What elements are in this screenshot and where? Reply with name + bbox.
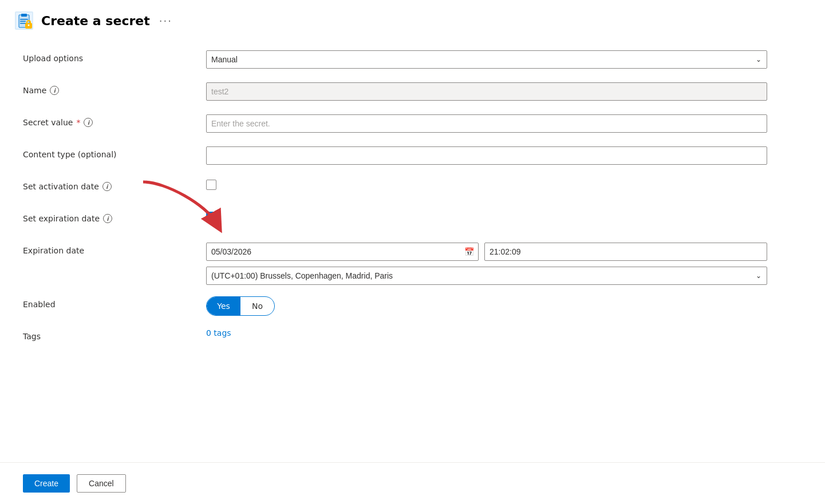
expiration-date-input[interactable] — [206, 243, 479, 261]
tags-link[interactable]: 0 tags — [206, 328, 231, 338]
activation-date-control — [206, 178, 767, 190]
upload-options-row: Upload options Manual ⌄ — [23, 50, 802, 71]
upload-options-control: Manual ⌄ — [206, 50, 767, 69]
enabled-control: Yes No — [206, 296, 767, 316]
expiration-date-control — [206, 211, 767, 222]
more-options-button[interactable]: ··· — [159, 15, 172, 27]
name-input[interactable] — [206, 82, 767, 101]
expiration-date-input-wrapper: 📅 — [206, 243, 479, 261]
activation-info-icon[interactable]: i — [102, 182, 112, 191]
secret-value-control — [206, 114, 767, 133]
tags-label: Tags — [23, 328, 206, 341]
timezone-select[interactable]: (UTC+01:00) Brussels, Copenhagen, Madrid… — [206, 267, 767, 285]
svg-rect-4 — [20, 19, 28, 20]
upload-options-select[interactable]: Manual — [206, 50, 767, 69]
name-label: Name i — [23, 82, 206, 95]
expiration-checkbox[interactable] — [206, 212, 216, 222]
enabled-yes-option[interactable]: Yes — [207, 297, 240, 315]
svg-rect-5 — [20, 21, 26, 22]
content-type-input[interactable] — [206, 146, 767, 165]
content-type-row: Content type (optional) — [23, 146, 802, 167]
enabled-toggle[interactable]: Yes No — [206, 296, 275, 316]
required-star: * — [76, 118, 80, 127]
key-vault-icon — [14, 10, 34, 31]
expiration-date-fields-control: 📅 (UTC+01:00) Brussels, Copenhagen, Madr… — [206, 243, 767, 285]
secret-value-info-icon[interactable]: i — [84, 118, 93, 127]
expiration-date-fields-row: Expiration date 📅 (UTC+01:00) Brussels, … — [23, 243, 802, 285]
enabled-row: Enabled Yes No — [23, 296, 802, 317]
activation-checkbox[interactable] — [206, 180, 216, 190]
expiration-date-label: Set expiration date i — [23, 211, 206, 223]
expiration-date-inputs-row: 📅 — [206, 243, 767, 261]
timezone-select-wrapper: (UTC+01:00) Brussels, Copenhagen, Madrid… — [206, 267, 767, 285]
tags-row: Tags 0 tags — [23, 328, 802, 349]
content-type-control — [206, 146, 767, 165]
page: Create a secret ··· Upload options Manua… — [0, 0, 825, 504]
expiration-date-field-label: Expiration date — [23, 243, 206, 255]
page-header: Create a secret ··· — [0, 0, 825, 37]
name-info-icon[interactable]: i — [50, 86, 59, 95]
cancel-button[interactable]: Cancel — [77, 474, 126, 493]
activation-checkbox-wrapper — [206, 178, 767, 190]
svg-point-9 — [28, 25, 30, 26]
page-title: Create a secret — [41, 14, 150, 28]
content-type-label: Content type (optional) — [23, 146, 206, 159]
form-area: Upload options Manual ⌄ Name i — [0, 37, 825, 462]
upload-options-label: Upload options — [23, 50, 206, 63]
name-row: Name i — [23, 82, 802, 103]
svg-rect-3 — [21, 14, 27, 17]
expiration-time-input[interactable] — [484, 243, 767, 261]
secret-value-row: Secret value * i — [23, 114, 802, 135]
form-footer: Create Cancel — [0, 462, 825, 504]
enabled-label: Enabled — [23, 296, 206, 309]
activation-date-row: Set activation date i — [23, 178, 802, 199]
create-button[interactable]: Create — [23, 474, 70, 493]
upload-options-select-wrapper: Manual ⌄ — [206, 50, 767, 69]
expiration-date-row: Set expiration date i — [23, 211, 802, 231]
expiration-checkbox-wrapper — [206, 211, 767, 222]
expiration-info-icon[interactable]: i — [103, 214, 112, 223]
activation-date-label: Set activation date i — [23, 178, 206, 191]
name-control — [206, 82, 767, 101]
secret-value-input[interactable] — [206, 114, 767, 133]
tags-control: 0 tags — [206, 328, 767, 338]
secret-value-label: Secret value * i — [23, 114, 206, 127]
enabled-no-option[interactable]: No — [240, 297, 274, 315]
